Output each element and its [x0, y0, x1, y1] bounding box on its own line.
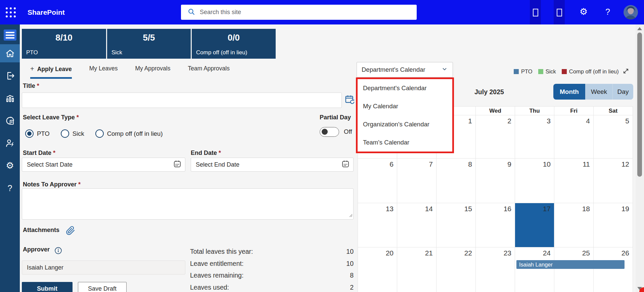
sharepoint-brand[interactable]: SharePoint	[28, 0, 65, 24]
radio-circle	[95, 129, 104, 138]
sidebar-item-menu[interactable]	[0, 28, 20, 42]
help-icon[interactable]: ?	[602, 0, 614, 24]
leave-type-radio-pto[interactable]: PTO	[25, 129, 50, 138]
calendar-cell[interactable]: 12	[594, 159, 633, 203]
radio-label: Comp off (off in lieu)	[107, 130, 163, 137]
calendar-cell[interactable]: 10	[515, 159, 554, 203]
calendar-cell[interactable]: 4	[554, 115, 594, 159]
calendar-cell[interactable]: 11	[554, 159, 594, 203]
stat-card-label: Comp off (off in lieu)	[196, 49, 247, 56]
sidebar-item-reports[interactable]	[0, 112, 20, 130]
calendar-cell[interactable]: 16	[476, 203, 515, 247]
view-button-week[interactable]: Week	[585, 84, 612, 100]
calendar-cell[interactable]: 6	[358, 159, 397, 203]
toggle-knob	[322, 129, 328, 135]
unknown-glyph-icon[interactable]	[557, 9, 562, 16]
site-search-input[interactable]: Search this site	[181, 5, 417, 20]
calendar-cell[interactable]: 5	[594, 115, 633, 159]
calendar-cell[interactable]: 18	[554, 203, 594, 247]
calendar-cell[interactable]: 2	[476, 115, 515, 159]
unknown-glyph-icon[interactable]	[533, 9, 538, 16]
notes-label: Notes To Approver*	[23, 181, 81, 188]
tab-team-approvals[interactable]: Team Approvals	[188, 65, 230, 79]
calendar-event[interactable]: Isaiah Langer	[516, 260, 625, 269]
app-launcher-waffle-icon[interactable]	[5, 7, 16, 18]
calendar-cell[interactable]: 3	[515, 115, 554, 159]
approver-label: Approver	[23, 246, 50, 253]
sidebar-item-sign-out[interactable]	[0, 67, 20, 85]
calendar-cell[interactable]: 13	[358, 203, 397, 247]
header-band	[530, 0, 541, 24]
date-picker-icon[interactable]	[341, 160, 350, 170]
menu-item-organization-s-calendar[interactable]: Organization's Calendar	[358, 115, 452, 133]
calendar-cell[interactable]: 9	[476, 159, 515, 203]
left-nav: ⚙?	[0, 24, 20, 292]
menu-item-department-s-calendar[interactable]: Department's Calendar	[358, 79, 452, 97]
calendar-cell[interactable]: 17	[515, 203, 554, 247]
calendar-cell[interactable]: 15	[436, 203, 476, 247]
sidebar-item-home[interactable]	[0, 44, 20, 62]
sidebar-item-help[interactable]: ?	[0, 179, 20, 197]
calendar-cell[interactable]: 7	[397, 159, 436, 203]
scroll-up-arrow[interactable]	[637, 27, 642, 30]
save-draft-button[interactable]: Save Draft	[78, 282, 127, 292]
calendar-cell[interactable]: 23	[476, 247, 515, 292]
resize-handle[interactable]	[349, 213, 353, 219]
user-avatar[interactable]	[624, 5, 638, 19]
summary-value: 2	[350, 284, 354, 291]
date-picker-icon[interactable]	[173, 160, 182, 170]
tab-my-leaves[interactable]: My Leaves	[89, 65, 118, 79]
calendar-cell[interactable]: 19	[594, 203, 633, 247]
sidebar-item-analytics[interactable]	[0, 89, 20, 107]
start-date-label: Start Date*	[23, 150, 55, 157]
home-icon	[5, 48, 15, 58]
vertical-scrollbar	[636, 24, 644, 292]
info-icon[interactable]	[54, 247, 62, 256]
summary-row: Leaves remaining:8	[190, 270, 354, 282]
menu-item-my-calendar[interactable]: My Calendar	[358, 97, 452, 115]
calendar-cell[interactable]: 20	[358, 247, 397, 292]
calendar-sync-icon[interactable]	[344, 94, 355, 106]
calendar-cell[interactable]: 25	[554, 247, 594, 292]
calendar-cell[interactable]: 21	[397, 247, 436, 292]
menu-item-team-s-calendar[interactable]: Team's Calendar	[358, 133, 452, 152]
calendar-cell[interactable]: 14	[397, 203, 436, 247]
partial-day-toggle[interactable]	[320, 127, 339, 137]
leave-type-radio-sick[interactable]: Sick	[61, 129, 84, 138]
required-asterisk: *	[219, 150, 221, 156]
scrollbar-thumb[interactable]	[637, 33, 642, 177]
radio-label: Sick	[73, 130, 84, 137]
stat-card-value: 5/5	[107, 33, 191, 43]
approver-field[interactable]: Isaiah Langer	[22, 260, 185, 275]
leave-type-label: Select Leave Type*	[23, 114, 79, 121]
calendar-cell[interactable]: 26	[594, 247, 633, 292]
tab-my-approvals[interactable]: My Approvals	[135, 65, 170, 79]
expand-icon[interactable]	[622, 67, 630, 76]
calendar-cell[interactable]: 24	[515, 247, 554, 292]
calendar-cell[interactable]: 8	[436, 159, 476, 203]
view-button-day[interactable]: Day	[612, 84, 633, 100]
legend-swatch	[562, 69, 567, 74]
settings-gear-icon[interactable]: ⚙	[578, 0, 590, 24]
summary-row: Total leaves this year:10	[190, 246, 354, 258]
sidebar-item-settings-gear[interactable]: ⚙	[0, 157, 20, 175]
summary-value: 10	[346, 248, 354, 255]
start-date-input[interactable]: Select Start Date	[22, 158, 185, 172]
view-button-month[interactable]: Month	[553, 84, 585, 100]
sidebar-item-user-admin[interactable]	[0, 134, 20, 152]
menu-icon	[4, 30, 16, 41]
leave-type-radio-comp[interactable]: Comp off (off in lieu)	[95, 129, 163, 138]
calendar-selector-dropdown[interactable]: Department's Calendar	[357, 62, 453, 77]
paperclip-icon[interactable]	[66, 226, 75, 237]
notes-textarea[interactable]	[22, 188, 354, 220]
reports-icon	[5, 116, 15, 126]
submit-button[interactable]: Submit	[22, 282, 73, 292]
end-date-input[interactable]: Select End Date	[191, 158, 354, 172]
end-date-label: End Date*	[191, 150, 221, 157]
legend-item-pto: PTO	[514, 68, 533, 75]
calendar-cell[interactable]: 22	[436, 247, 476, 292]
tab-apply-leave[interactable]: +Apply Leave	[30, 65, 72, 79]
required-asterisk: *	[53, 150, 55, 156]
plus-icon: +	[30, 65, 34, 73]
title-input[interactable]	[22, 93, 342, 108]
